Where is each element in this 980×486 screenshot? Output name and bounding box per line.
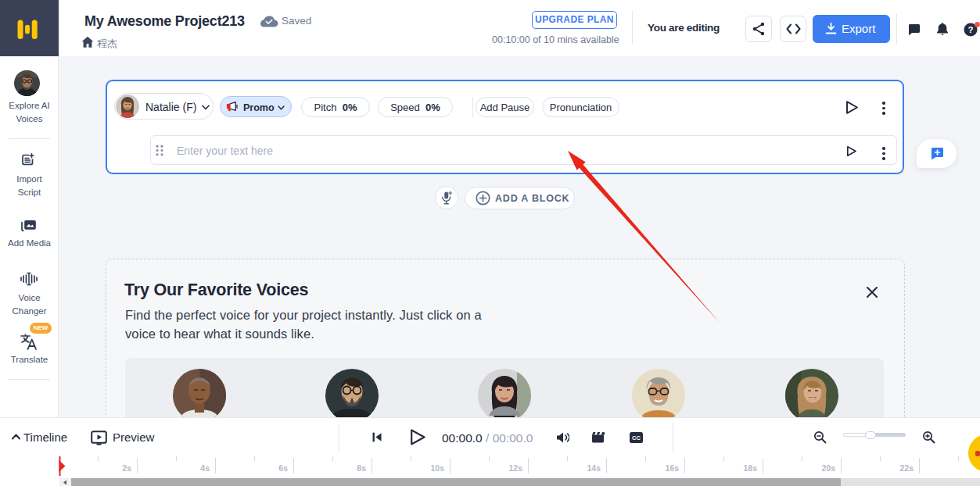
svg-text:10s: 10s xyxy=(430,463,444,473)
svg-text:CC: CC xyxy=(632,434,641,441)
svg-text:2s: 2s xyxy=(122,463,131,473)
svg-text:8s: 8s xyxy=(357,463,366,473)
svg-text:14s: 14s xyxy=(587,463,601,473)
svg-text:6s: 6s xyxy=(278,463,288,473)
svg-text:4s: 4s xyxy=(200,463,210,473)
svg-text:16s: 16s xyxy=(665,463,679,473)
svg-text:12s: 12s xyxy=(508,463,522,473)
svg-text:20s: 20s xyxy=(821,463,835,473)
svg-text:18s: 18s xyxy=(743,463,757,473)
svg-text:22s: 22s xyxy=(899,463,914,473)
svg-text:?: ? xyxy=(967,25,973,34)
